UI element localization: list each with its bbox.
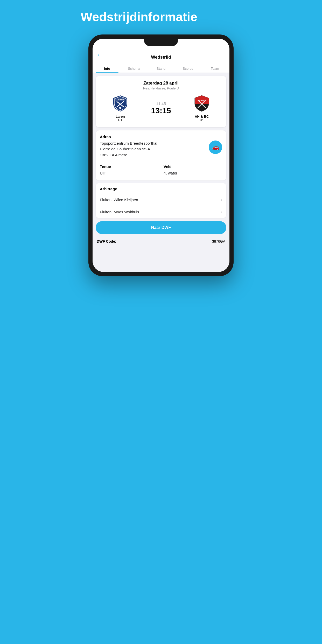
arbitrage-item-1[interactable]: Fluiten: Wilco Kleijnen › xyxy=(96,194,226,206)
tenue-section: Tenue UIT xyxy=(100,164,158,176)
home-team-sub: H1 xyxy=(118,118,122,122)
tenue-label: Tenue xyxy=(100,164,158,169)
dwf-code-row: DWF Code: 3876GA xyxy=(93,236,229,248)
match-teams: LAREN Laren H1 11:45 13:15 xyxy=(100,94,222,122)
score-area: 11:45 13:15 xyxy=(141,101,181,115)
tab-team[interactable]: Team xyxy=(201,64,228,73)
away-team-logo: ah&bc xyxy=(193,94,211,113)
address-section: Adres Topsportcentrum Breedtesporthal,Pi… xyxy=(96,130,226,180)
tab-stand[interactable]: Stand xyxy=(148,64,174,73)
chevron-right-icon-2: › xyxy=(221,210,222,214)
match-date: Zaterdag 28 april xyxy=(100,81,222,86)
away-team: ah&bc AH & BC H1 xyxy=(181,94,222,122)
tab-schema[interactable]: Schema xyxy=(121,64,148,73)
scheduled-time: 11:45 xyxy=(156,101,166,106)
map-button[interactable]: 🚗 xyxy=(209,141,222,154)
tenue-value: UIT xyxy=(100,170,158,176)
app-content: ← Wedstrijd Info Schema Stand Scores Tea… xyxy=(93,39,229,272)
svg-point-4 xyxy=(119,107,121,109)
arbitrage-label: Arbitrage xyxy=(96,183,226,194)
svg-text:LAREN: LAREN xyxy=(117,98,124,101)
veld-value: 4, water xyxy=(164,170,222,176)
naar-dwf-label: Naar DWF xyxy=(151,225,171,230)
dwf-code-value: 3876GA xyxy=(212,239,225,243)
home-team: LAREN Laren H1 xyxy=(100,94,141,122)
dwf-code-label: DWF Code: xyxy=(97,239,116,243)
address-row: Topsportcentrum Breedtesporthal,Pierre d… xyxy=(100,141,222,158)
away-team-name: AH & BC xyxy=(195,115,209,118)
arbitrage-section: Arbitrage Fluiten: Wilco Kleijnen › Flui… xyxy=(96,183,226,218)
arbitrage-referee-1: Fluiten: Wilco Kleijnen xyxy=(100,198,138,202)
address-label: Adres xyxy=(100,135,222,139)
home-team-name: Laren xyxy=(116,115,125,118)
car-icon: 🚗 xyxy=(212,144,219,151)
phone-notch xyxy=(144,39,178,46)
phone-frame: ← Wedstrijd Info Schema Stand Scores Tea… xyxy=(88,34,234,276)
header-title: Wedstrijd xyxy=(151,52,171,64)
svg-text:ah&bc: ah&bc xyxy=(199,100,205,101)
tab-info[interactable]: Info xyxy=(94,64,121,73)
home-team-logo: LAREN xyxy=(111,94,129,113)
divider-1 xyxy=(100,161,222,161)
phone-screen: ← Wedstrijd Info Schema Stand Scores Tea… xyxy=(93,39,229,272)
arbitrage-item-2[interactable]: Fluiten: Moos Wolthuis › xyxy=(96,206,226,218)
match-subtitle: Res. 4e klasse, Poule D xyxy=(100,86,222,90)
chevron-right-icon-1: › xyxy=(221,198,222,202)
veld-section: Veld 4, water xyxy=(164,164,222,176)
back-button[interactable]: ← xyxy=(97,52,102,58)
tenue-veld-row: Tenue UIT Veld 4, water xyxy=(100,164,222,176)
match-card: Zaterdag 28 april Res. 4e klasse, Poule … xyxy=(96,76,226,127)
arbitrage-referee-2: Fluiten: Moos Wolthuis xyxy=(100,210,139,214)
naar-dwf-button[interactable]: Naar DWF xyxy=(96,221,226,234)
tabs-bar: Info Schema Stand Scores Team xyxy=(93,64,229,73)
veld-label: Veld xyxy=(164,164,222,169)
address-value: Topsportcentrum Breedtesporthal,Pierre d… xyxy=(100,141,158,158)
page-background-title: Wedstrijdinformatie xyxy=(81,10,241,24)
kickoff-time: 13:15 xyxy=(151,106,171,115)
away-team-sub: H1 xyxy=(200,118,204,122)
tab-scores[interactable]: Scores xyxy=(174,64,201,73)
